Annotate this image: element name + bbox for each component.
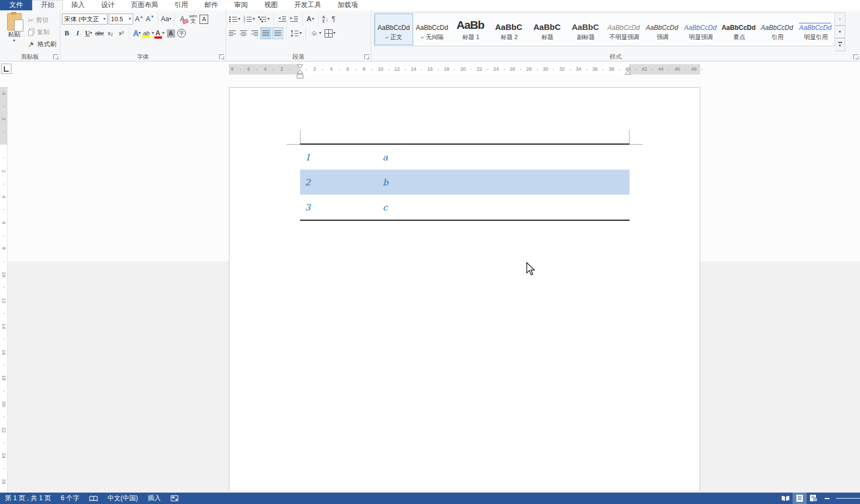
justify-button[interactable] xyxy=(260,27,271,39)
strikethrough-button[interactable]: abc xyxy=(95,27,104,39)
language-indicator[interactable]: 中文(中国) xyxy=(103,493,143,504)
web-layout-button[interactable] xyxy=(807,493,821,504)
style-item[interactable]: AaBbC 副标题 xyxy=(566,14,605,45)
ribbon-tab[interactable]: 页面布局 xyxy=(123,0,166,10)
ribbon-tab[interactable]: 设计 xyxy=(93,0,123,10)
align-right-button[interactable] xyxy=(250,27,259,39)
cut-button[interactable]: ✂ 剪切 xyxy=(27,14,58,26)
style-item[interactable]: AaBbCcDd ↵正文 xyxy=(375,14,413,45)
ribbon-tab-bar: 文件 开始 插入 设计 页面布局 引用 邮件 审阅 视图 开发工具 加载项 xyxy=(0,0,860,10)
text-effects-button[interactable]: A▾ xyxy=(132,27,142,39)
style-item[interactable]: AaBbC 标题 xyxy=(528,14,566,45)
style-item[interactable]: AaBbCcDd 引用 xyxy=(758,14,796,45)
style-item[interactable]: AaBbCcDd 明显引用 xyxy=(796,14,835,45)
table-cell[interactable]: b xyxy=(383,177,630,188)
right-indent-marker[interactable] xyxy=(624,70,632,75)
ribbon-tab[interactable]: 引用 xyxy=(166,0,196,10)
bullets-button[interactable]: ▾ xyxy=(228,13,241,25)
proofing-status-button[interactable] xyxy=(84,493,103,504)
ribbon-tab[interactable]: 开始 xyxy=(32,0,63,10)
distribute-button[interactable] xyxy=(272,27,283,39)
ribbon-tab[interactable]: 视图 xyxy=(256,0,286,10)
style-item[interactable]: AaBbCcDd ↵无间隔 xyxy=(413,14,452,45)
ribbon-tabs: 开始 插入 设计 页面布局 引用 邮件 审阅 视图 开发工具 加载项 xyxy=(32,0,366,10)
table-cell[interactable]: 2 xyxy=(300,177,383,188)
styles-scroll-up-button[interactable]: ▲ xyxy=(835,13,845,26)
ribbon-tab[interactable]: 插入 xyxy=(63,0,93,10)
multilevel-list-button[interactable]: ▾ xyxy=(257,13,271,25)
line-spacing-button[interactable]: ▾ xyxy=(289,27,303,39)
subscript-button[interactable]: x₂ xyxy=(105,27,115,39)
style-item[interactable]: AaBbCcDd 明显强调 xyxy=(681,14,720,45)
style-item[interactable]: AaBb 标题 1 xyxy=(451,14,490,45)
increase-indent-button[interactable] xyxy=(289,13,300,25)
align-left-button[interactable] xyxy=(228,27,238,39)
styles-dialog-launcher[interactable] xyxy=(853,54,858,59)
format-painter-button[interactable]: 格式刷 xyxy=(27,38,58,50)
style-item[interactable]: AaBbCcDd 要点 xyxy=(720,14,758,45)
word-count-indicator[interactable]: 6 个字 xyxy=(56,493,84,504)
grow-font-button[interactable]: A▲ xyxy=(134,13,144,25)
first-line-indent-marker[interactable] xyxy=(296,64,304,69)
underline-button[interactable]: U▾ xyxy=(84,27,94,39)
shrink-font-button[interactable]: A▼ xyxy=(145,13,155,25)
tab-stop-selector[interactable] xyxy=(1,64,11,74)
font-size-combo[interactable]: 10.5▾ xyxy=(109,14,133,24)
font-color-button[interactable]: A▾ xyxy=(155,27,165,39)
enclose-characters-button[interactable]: 字 xyxy=(177,27,186,39)
ribbon-tab[interactable]: 邮件 xyxy=(196,0,226,10)
sort-button[interactable]: AZ↓ xyxy=(321,13,329,25)
page-number-indicator[interactable]: 第 1 页 , 共 1 页 xyxy=(0,493,56,504)
read-mode-button[interactable] xyxy=(778,493,793,504)
show-hide-marks-button[interactable]: ¶ xyxy=(331,13,336,25)
align-center-button[interactable] xyxy=(239,27,248,39)
table-row[interactable]: 2 b xyxy=(300,170,630,195)
numbering-button[interactable]: 123 ▾ xyxy=(242,13,256,25)
asian-layout-button[interactable]: A▾ xyxy=(306,13,315,25)
font-dialog-launcher[interactable] xyxy=(219,54,224,59)
numbering-icon: 123 xyxy=(244,16,252,23)
ribbon-tab[interactable]: 开发工具 xyxy=(286,0,329,10)
italic-button[interactable]: I xyxy=(73,27,83,39)
table-cell[interactable]: a xyxy=(383,152,630,163)
table-cell[interactable]: c xyxy=(383,202,630,213)
paste-button[interactable]: 粘贴 ▾ xyxy=(2,12,27,52)
highlight-color-button[interactable]: ab▾ xyxy=(143,27,154,39)
table-row[interactable]: 3 c xyxy=(300,195,630,220)
table-row[interactable]: 1 a xyxy=(300,145,630,170)
font-name-combo[interactable]: 宋体 (中文正▾ xyxy=(62,14,108,24)
paragraph-dialog-launcher[interactable] xyxy=(364,54,369,59)
copy-button[interactable]: 复制 xyxy=(27,26,58,38)
ribbon-tab[interactable]: 加载项 xyxy=(329,0,366,10)
shading-button[interactable]: ▾ xyxy=(309,27,322,39)
hanging-indent-marker[interactable] xyxy=(296,70,304,79)
character-shading-button[interactable]: A xyxy=(166,27,176,39)
zoom-out-button[interactable] xyxy=(821,493,833,504)
change-case-button[interactable]: Aa▾ xyxy=(161,13,171,25)
phonetic-guide-button[interactable]: wén文 xyxy=(188,13,198,25)
table-cell[interactable]: 3 xyxy=(300,202,383,213)
styles-scroll-down-button[interactable]: ▼ xyxy=(835,26,845,39)
macro-record-button[interactable] xyxy=(166,493,183,504)
table-cell[interactable]: 1 xyxy=(300,152,383,163)
style-item[interactable]: AaBbCcDd 不明显强调 xyxy=(605,14,643,45)
print-layout-button[interactable] xyxy=(793,493,807,504)
paste-dropdown-caret[interactable]: ▾ xyxy=(13,39,15,43)
clear-formatting-button[interactable]: A xyxy=(177,13,187,25)
document-page[interactable]: 1 a 2 b 3 c xyxy=(229,87,700,490)
ribbon-tab[interactable]: 审阅 xyxy=(226,0,256,10)
style-item[interactable]: AaBbCcDd 强调 xyxy=(643,14,682,45)
decrease-indent-button[interactable] xyxy=(277,13,288,25)
styles-more-button[interactable]: ▼ xyxy=(835,38,845,51)
style-item[interactable]: AaBbC 标题 2 xyxy=(490,14,528,45)
bold-button[interactable]: B xyxy=(62,27,72,39)
insert-mode-indicator[interactable]: 插入 xyxy=(143,493,166,504)
macro-icon xyxy=(171,495,178,501)
zoom-slider[interactable] xyxy=(836,498,860,499)
web-layout-icon xyxy=(810,495,818,502)
borders-button[interactable]: ▾ xyxy=(323,27,336,39)
clipboard-dialog-launcher[interactable] xyxy=(53,54,58,59)
tab-file[interactable]: 文件 xyxy=(0,0,32,10)
superscript-button[interactable]: x² xyxy=(116,27,126,39)
character-border-button[interactable]: A xyxy=(199,13,209,25)
